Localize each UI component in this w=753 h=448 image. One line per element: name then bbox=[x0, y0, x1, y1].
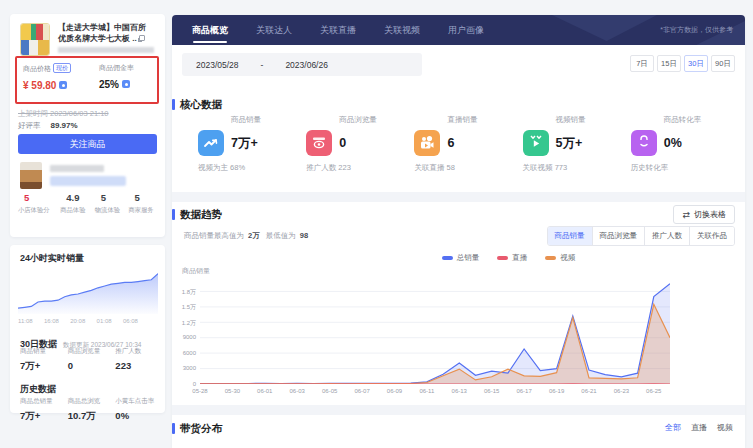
trend-chart bbox=[200, 276, 670, 384]
dist-tab-all[interactable]: 全部 bbox=[665, 422, 681, 433]
chart-legend: 总销量 直播 视频 bbox=[272, 253, 745, 263]
metric-card-video-sales: 视频销量 5万+ 关联视频 773 bbox=[523, 115, 631, 173]
x-tick-label: 06-17 bbox=[511, 388, 537, 394]
good-rating-label: 好评率 bbox=[18, 121, 41, 130]
metric-card-conversion: 商品转化率 0% 历史转化率 bbox=[631, 115, 739, 173]
good-rating-value: 89.97% bbox=[51, 121, 78, 130]
price-highlight-box: 商品价格现价 ¥ 59.80 商品佣金率 25% bbox=[15, 56, 159, 104]
x-tick-label: 06-05 bbox=[317, 388, 343, 394]
main-content: 2023/05/28 - 2023/06/26 7日 15日 30日 90日 核… bbox=[172, 45, 745, 448]
x-tick-label: 06-25 bbox=[641, 388, 667, 394]
follow-product-button[interactable]: 关注商品 bbox=[18, 134, 157, 154]
dist-tab-live[interactable]: 直播 bbox=[691, 422, 707, 433]
good-rating-row: 好评率89.97% bbox=[18, 121, 78, 131]
date-range-picker[interactable]: 2023/05/28 - 2023/06/26 bbox=[182, 53, 422, 76]
preset-90d-button[interactable]: 90日 bbox=[711, 55, 735, 72]
blurred-shop-name bbox=[50, 165, 104, 172]
switch-table-button[interactable]: ⇄ 切换表格 bbox=[673, 205, 735, 224]
commission-label: 商品佣金率 bbox=[99, 63, 157, 73]
y-axis-ticks: 03000600090001.2万1.5万1.8万 bbox=[174, 276, 196, 384]
metric-card-sales: 商品销量 7万+ 视频为主 68% bbox=[198, 115, 306, 173]
stat-item: 商品浏览量0 bbox=[68, 347, 116, 373]
legend-total: 总销量 bbox=[442, 253, 480, 263]
stat-item: 商品销量7万+ bbox=[20, 347, 68, 373]
product-title-text: 优质名牌大学七大板 .. bbox=[58, 34, 137, 43]
stats30-row: 商品销量7万+ 商品浏览量0 推广人数223 bbox=[20, 347, 163, 373]
tab-related-videos[interactable]: 关联视频 bbox=[384, 15, 420, 45]
distribution-tabs: 全部 直播 视频 bbox=[665, 422, 733, 433]
y-tick-label: 6000 bbox=[183, 350, 196, 356]
realtime-x-label: 01:08 bbox=[97, 318, 112, 324]
shop-score-row: 5小店体验分 4.9商品体验 5物流体验 5商家服务 bbox=[18, 192, 163, 215]
legend-marker-video bbox=[545, 256, 556, 260]
core-data-title: 核心数据 bbox=[172, 98, 222, 112]
dist-tab-video[interactable]: 视频 bbox=[717, 422, 733, 433]
copy-icon[interactable] bbox=[139, 35, 145, 41]
realtime-sales-title: 24小时实时销量 bbox=[20, 252, 84, 265]
section-divider bbox=[172, 192, 745, 202]
x-tick-label: 06-15 bbox=[479, 388, 505, 394]
preset-15d-button[interactable]: 15日 bbox=[657, 55, 681, 72]
x-axis-ticks: 05-2805-3006-0106-0306-0506-0706-0906-11… bbox=[200, 388, 670, 398]
history-title: 历史数据 bbox=[20, 383, 56, 396]
trend-chart-icon bbox=[198, 130, 224, 156]
main-panel: 商品概览 关联达人 关联直播 关联视频 用户画像 *非官方数据，仅供参考 202… bbox=[172, 15, 745, 448]
commission-value: 25% bbox=[99, 79, 157, 90]
stat-item: 商品总销量7万+ bbox=[20, 397, 68, 423]
current-price-tag: 现价 bbox=[53, 63, 71, 73]
eye-browser-icon bbox=[306, 130, 332, 156]
date-start: 2023/05/28 bbox=[196, 60, 239, 70]
listed-time-strikethrough: 上架时间 2023/06/03 21:10 bbox=[18, 109, 108, 119]
product-summary-card: 【走进大学城】中国百所 优质名牌大学七大板 .. 商品价格现价 ¥ 59.80 … bbox=[10, 14, 165, 237]
realtime-x-label: 20:08 bbox=[70, 318, 85, 324]
shop-row bbox=[20, 162, 157, 194]
security-badge-icon bbox=[122, 80, 130, 88]
play-video-icon bbox=[523, 130, 549, 156]
date-separator: - bbox=[261, 60, 264, 70]
x-tick-label: 06-09 bbox=[382, 388, 408, 394]
product-title-line1: 【走进大学城】中国百所 bbox=[58, 22, 159, 33]
nav-decor-triangle bbox=[552, 15, 657, 41]
trend-tab-sales[interactable]: 商品销量 bbox=[548, 227, 592, 245]
trend-section-title: 数据趋势 bbox=[172, 208, 222, 222]
x-tick-label: 06-23 bbox=[608, 388, 634, 394]
product-header: 【走进大学城】中国百所 优质名牌大学七大板 .. bbox=[20, 22, 159, 44]
blurred-shop-tag bbox=[50, 176, 126, 186]
x-tick-label: 05-30 bbox=[219, 388, 245, 394]
swap-arrows-icon: ⇄ bbox=[682, 210, 690, 220]
stat-item: 商品总浏览10.7万 bbox=[68, 397, 116, 423]
tab-related-influencers[interactable]: 关联达人 bbox=[256, 15, 292, 45]
metric-card-views: 商品浏览量 0 推广人数 223 bbox=[306, 115, 414, 173]
realtime-x-label: 11:08 bbox=[18, 318, 33, 324]
distribution-title: 带货分布 bbox=[172, 422, 222, 436]
y-tick-label: 1.2万 bbox=[182, 319, 196, 328]
x-tick-label: 06-03 bbox=[284, 388, 310, 394]
product-title-line2: 优质名牌大学七大板 .. bbox=[58, 33, 159, 44]
trend-tab-promoters[interactable]: 推广人数 bbox=[644, 227, 689, 245]
tab-user-profile[interactable]: 用户画像 bbox=[448, 15, 484, 45]
score-item: 5物流体验 bbox=[95, 192, 129, 215]
metric-card-live-sales: 直播销量 6 关联直播 58 bbox=[414, 115, 522, 173]
tab-related-livestreams[interactable]: 关联直播 bbox=[320, 15, 356, 45]
legend-video: 视频 bbox=[545, 253, 575, 263]
legend-live: 直播 bbox=[497, 253, 527, 263]
x-tick-label: 05-28 bbox=[187, 388, 213, 394]
trend-tab-views[interactable]: 商品浏览量 bbox=[592, 227, 645, 245]
top-nav-bar: 商品概览 关联达人 关联直播 关联视频 用户画像 *非官方数据，仅供参考 bbox=[172, 15, 745, 45]
realtime-x-axis: 11:0816:0820:0801:0806:08 bbox=[18, 318, 138, 324]
price-label: 商品价格现价 bbox=[23, 63, 99, 74]
score-item: 5小店体验分 bbox=[18, 192, 60, 215]
realtime-x-label: 06:08 bbox=[123, 318, 138, 324]
y-axis-label: 商品销量 bbox=[182, 266, 210, 276]
product-thumbnail bbox=[20, 23, 50, 56]
trend-tab-related-works[interactable]: 关联作品 bbox=[689, 227, 734, 245]
preset-30d-button[interactable]: 30日 bbox=[684, 55, 708, 72]
trend-chart-area: 03000600090001.2万1.5万1.8万 05-2805-3006-0… bbox=[174, 276, 694, 406]
tab-product-overview[interactable]: 商品概览 bbox=[192, 15, 228, 45]
date-end: 2023/06/26 bbox=[285, 60, 328, 70]
preset-7d-button[interactable]: 7日 bbox=[630, 55, 654, 72]
y-tick-label: 3000 bbox=[183, 365, 196, 371]
shop-avatar bbox=[20, 162, 42, 189]
x-tick-label: 06-19 bbox=[544, 388, 570, 394]
realtime-x-label: 16:08 bbox=[44, 318, 59, 324]
